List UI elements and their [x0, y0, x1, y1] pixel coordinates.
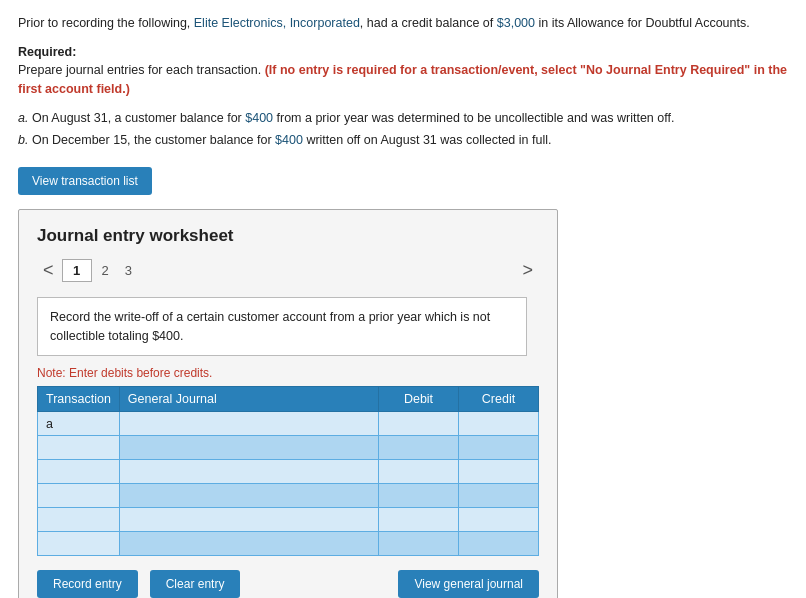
- row-5-credit[interactable]: [459, 508, 539, 532]
- row-3-label: [38, 460, 120, 484]
- table-row: [38, 436, 539, 460]
- transaction-a: a. On August 31, a customer balance for …: [18, 108, 788, 129]
- row-4-general[interactable]: [119, 484, 378, 508]
- row-3-general[interactable]: [119, 460, 378, 484]
- instruction-box: Record the write-off of a certain custom…: [37, 297, 527, 357]
- table-row: [38, 484, 539, 508]
- page-3[interactable]: 3: [117, 260, 140, 281]
- prev-page-arrow[interactable]: <: [37, 258, 60, 283]
- table-row: [38, 460, 539, 484]
- row-2-debit[interactable]: [379, 436, 459, 460]
- record-entry-button[interactable]: Record entry: [37, 570, 138, 598]
- view-general-journal-button[interactable]: View general journal: [398, 570, 539, 598]
- row-5-label: [38, 508, 120, 532]
- row-3-credit[interactable]: [459, 460, 539, 484]
- worksheet-title: Journal entry worksheet: [37, 226, 539, 246]
- row-6-debit-input[interactable]: [379, 532, 458, 555]
- row-5-credit-input[interactable]: [459, 508, 538, 531]
- view-transaction-button[interactable]: View transaction list: [18, 167, 152, 195]
- note-text: Note: Enter debits before credits.: [37, 366, 539, 380]
- row-5-debit[interactable]: [379, 508, 459, 532]
- row-1-label: a: [38, 412, 120, 436]
- row-5-general-input[interactable]: [120, 508, 378, 531]
- row-1-debit-input[interactable]: [379, 412, 458, 435]
- page-2[interactable]: 2: [94, 260, 117, 281]
- row-1-debit[interactable]: [379, 412, 459, 436]
- row-4-credit-input[interactable]: [459, 484, 538, 507]
- row-2-general-input[interactable]: [120, 436, 378, 459]
- row-1-credit[interactable]: [459, 412, 539, 436]
- worksheet-container: Journal entry worksheet < 1 2 3 > Record…: [18, 209, 558, 598]
- row-1-general-input[interactable]: [120, 412, 378, 435]
- header-transaction: Transaction: [38, 387, 120, 412]
- intro-text: Prior to recording the following, Elite …: [18, 14, 788, 33]
- row-1-credit-input[interactable]: [459, 412, 538, 435]
- row-3-general-input[interactable]: [120, 460, 378, 483]
- required-label: Required:: [18, 45, 788, 59]
- row-6-credit-input[interactable]: [459, 532, 538, 555]
- row-4-debit-input[interactable]: [379, 484, 458, 507]
- header-debit: Debit: [379, 387, 459, 412]
- row-4-debit[interactable]: [379, 484, 459, 508]
- journal-table: Transaction General Journal Debit Credit…: [37, 386, 539, 556]
- row-3-debit[interactable]: [379, 460, 459, 484]
- next-page-arrow[interactable]: >: [516, 258, 539, 283]
- row-3-debit-input[interactable]: [379, 460, 458, 483]
- table-row: [38, 532, 539, 556]
- row-5-debit-input[interactable]: [379, 508, 458, 531]
- row-4-credit[interactable]: [459, 484, 539, 508]
- row-2-label: [38, 436, 120, 460]
- table-row: a: [38, 412, 539, 436]
- transactions-list: a. On August 31, a customer balance for …: [18, 108, 788, 151]
- header-credit: Credit: [459, 387, 539, 412]
- required-body: Prepare journal entries for each transac…: [18, 61, 788, 99]
- transaction-b: b. On December 15, the customer balance …: [18, 130, 788, 151]
- row-6-general-input[interactable]: [120, 532, 378, 555]
- row-2-debit-input[interactable]: [379, 436, 458, 459]
- row-6-label: [38, 532, 120, 556]
- row-3-credit-input[interactable]: [459, 460, 538, 483]
- row-4-general-input[interactable]: [120, 484, 378, 507]
- row-5-general[interactable]: [119, 508, 378, 532]
- header-general-journal: General Journal: [119, 387, 378, 412]
- current-page-box[interactable]: 1: [62, 259, 92, 282]
- row-2-credit-input[interactable]: [459, 436, 538, 459]
- button-row: Record entry Clear entry View general jo…: [37, 570, 539, 598]
- row-2-general[interactable]: [119, 436, 378, 460]
- table-row: [38, 508, 539, 532]
- row-2-credit[interactable]: [459, 436, 539, 460]
- row-4-label: [38, 484, 120, 508]
- row-6-credit[interactable]: [459, 532, 539, 556]
- row-6-debit[interactable]: [379, 532, 459, 556]
- clear-entry-button[interactable]: Clear entry: [150, 570, 241, 598]
- row-6-general[interactable]: [119, 532, 378, 556]
- row-1-general[interactable]: [119, 412, 378, 436]
- pagination: < 1 2 3 >: [37, 258, 539, 283]
